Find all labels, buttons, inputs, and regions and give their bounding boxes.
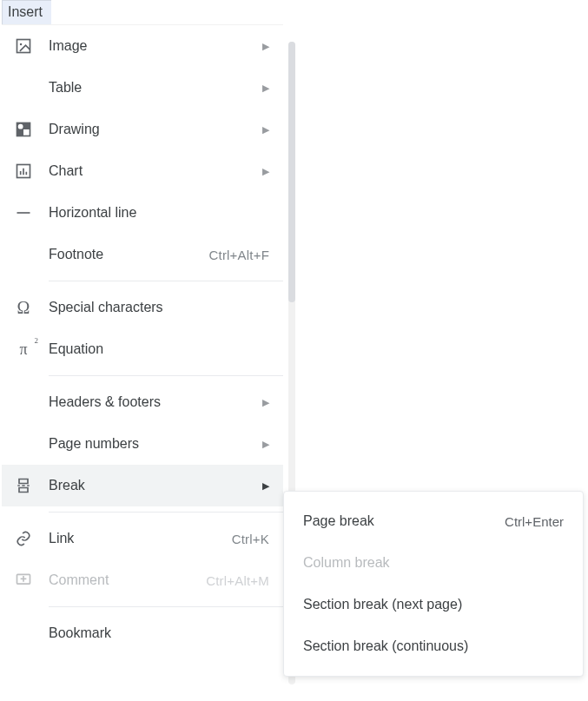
submenu-label: Column break [303, 555, 564, 571]
menu-item-label: Table [49, 80, 257, 96]
shortcut-text: Ctrl+Alt+F [208, 248, 269, 262]
menu-item-label: Comment [49, 572, 206, 588]
svg-point-3 [18, 124, 23, 129]
menu-item-label: Image [49, 38, 257, 54]
menu-item-label: Footnote [49, 247, 208, 262]
menu-item-label: Page numbers [49, 436, 257, 452]
menu-item-label: Break [49, 478, 257, 493]
menu-item-table[interactable]: Table ▶ [2, 67, 283, 109]
chevron-right-icon: ▶ [262, 397, 269, 408]
submenu-item-section-break-continuous[interactable]: Section break (continuous) [284, 625, 583, 667]
chart-icon [14, 162, 33, 181]
menu-item-link[interactable]: Link Ctrl+K [2, 518, 283, 559]
menu-item-headers-footers[interactable]: Headers & footers ▶ [2, 381, 283, 423]
chevron-right-icon: ▶ [262, 439, 269, 450]
menu-tab-insert[interactable]: Insert [2, 0, 51, 25]
shortcut-text: Ctrl+K [232, 532, 269, 546]
menu-separator [49, 606, 283, 607]
menu-item-page-numbers[interactable]: Page numbers ▶ [2, 423, 283, 465]
menu-item-special-characters[interactable]: Ω Special characters [2, 287, 283, 328]
spacer-icon [14, 393, 33, 412]
menu-item-equation[interactable]: π2 Equation [2, 328, 283, 370]
shortcut-text: Ctrl+Enter [505, 514, 564, 529]
menu-item-image[interactable]: Image ▶ [2, 25, 283, 67]
link-icon [14, 529, 33, 548]
break-submenu: Page break Ctrl+Enter Column break Secti… [283, 491, 584, 677]
menu-item-horizontal-line[interactable]: Horizontal line [2, 192, 283, 234]
menu-item-footnote[interactable]: Footnote Ctrl+Alt+F [2, 234, 283, 275]
menu-item-label: Special characters [49, 300, 269, 315]
page-break-icon [14, 476, 33, 495]
chevron-right-icon: ▶ [262, 480, 269, 492]
chevron-right-icon: ▶ [262, 166, 269, 177]
submenu-label: Page break [303, 513, 505, 529]
drawing-icon [14, 120, 33, 139]
chevron-right-icon: ▶ [262, 124, 269, 136]
menu-separator [49, 512, 283, 513]
submenu-label: Section break (continuous) [303, 638, 564, 654]
menu-item-label: Chart [49, 163, 257, 179]
submenu-item-section-break-next[interactable]: Section break (next page) [284, 584, 583, 625]
menu-item-chart[interactable]: Chart ▶ [2, 150, 283, 192]
horizontal-line-icon [14, 203, 33, 222]
menu-separator [49, 375, 283, 376]
spacer-icon [14, 78, 33, 97]
pi-icon: π2 [14, 340, 33, 359]
menu-item-bookmark[interactable]: Bookmark [2, 612, 283, 654]
menu-item-label: Drawing [49, 122, 257, 137]
submenu-label: Section break (next page) [303, 597, 564, 612]
menu-item-comment[interactable]: Comment Ctrl+Alt+M [2, 559, 283, 601]
image-icon [14, 36, 33, 56]
insert-menu-dropdown: Image ▶ Table ▶ Drawing ▶ Chart ▶ Horizo… [2, 24, 283, 654]
menu-item-label: Bookmark [49, 625, 269, 641]
omega-icon: Ω [14, 298, 33, 317]
spacer-icon [14, 624, 33, 643]
menu-separator [49, 281, 283, 281]
spacer-icon [14, 434, 33, 453]
menu-item-drawing[interactable]: Drawing ▶ [2, 109, 283, 150]
spacer-icon [14, 245, 33, 264]
menu-item-label: Headers & footers [49, 394, 257, 410]
menu-item-label: Horizontal line [49, 205, 269, 221]
menu-item-label: Link [49, 531, 232, 546]
menu-item-break[interactable]: Break ▶ [2, 465, 283, 506]
comment-icon [14, 571, 33, 590]
submenu-item-page-break[interactable]: Page break Ctrl+Enter [284, 500, 583, 542]
scrollbar-thumb[interactable] [288, 42, 295, 302]
svg-rect-0 [17, 40, 30, 53]
svg-point-1 [20, 43, 22, 46]
chevron-right-icon: ▶ [262, 83, 269, 94]
submenu-item-column-break[interactable]: Column break [284, 542, 583, 584]
shortcut-text: Ctrl+Alt+M [206, 573, 269, 588]
svg-rect-4 [23, 129, 30, 136]
menu-item-label: Equation [49, 341, 269, 357]
chevron-right-icon: ▶ [262, 41, 269, 52]
